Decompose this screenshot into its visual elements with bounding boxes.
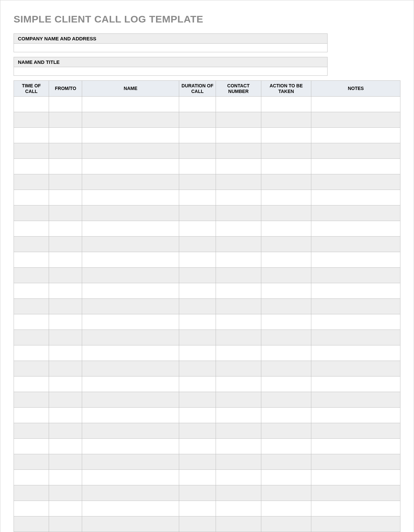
table-cell[interactable] bbox=[82, 190, 179, 205]
table-cell[interactable] bbox=[311, 143, 400, 159]
table-cell[interactable] bbox=[311, 501, 400, 516]
table-cell[interactable] bbox=[261, 314, 311, 330]
table-cell[interactable] bbox=[261, 345, 311, 361]
table-cell[interactable] bbox=[311, 454, 400, 470]
table-cell[interactable] bbox=[179, 345, 216, 361]
table-cell[interactable] bbox=[311, 221, 400, 237]
table-cell[interactable] bbox=[261, 190, 311, 205]
table-cell[interactable] bbox=[179, 423, 216, 439]
table-cell[interactable] bbox=[82, 159, 179, 174]
table-cell[interactable] bbox=[261, 361, 311, 377]
table-cell[interactable] bbox=[82, 439, 179, 454]
table-cell[interactable] bbox=[311, 299, 400, 314]
table-cell[interactable] bbox=[49, 97, 82, 112]
table-cell[interactable] bbox=[261, 174, 311, 190]
table-cell[interactable] bbox=[216, 314, 261, 330]
table-cell[interactable] bbox=[82, 516, 179, 532]
table-cell[interactable] bbox=[261, 252, 311, 268]
table-cell[interactable] bbox=[82, 112, 179, 128]
table-cell[interactable] bbox=[14, 330, 49, 345]
table-cell[interactable] bbox=[82, 221, 179, 237]
table-cell[interactable] bbox=[179, 314, 216, 330]
table-cell[interactable] bbox=[14, 205, 49, 221]
table-cell[interactable] bbox=[261, 377, 311, 392]
table-cell[interactable] bbox=[179, 299, 216, 314]
table-cell[interactable] bbox=[216, 439, 261, 454]
table-cell[interactable] bbox=[179, 485, 216, 501]
table-cell[interactable] bbox=[179, 470, 216, 485]
table-cell[interactable] bbox=[179, 330, 216, 345]
name-title-input[interactable] bbox=[14, 67, 328, 76]
table-cell[interactable] bbox=[179, 408, 216, 423]
table-cell[interactable] bbox=[311, 159, 400, 174]
table-cell[interactable] bbox=[14, 501, 49, 516]
table-cell[interactable] bbox=[261, 159, 311, 174]
table-cell[interactable] bbox=[49, 454, 82, 470]
table-cell[interactable] bbox=[216, 128, 261, 143]
table-cell[interactable] bbox=[82, 423, 179, 439]
table-cell[interactable] bbox=[261, 205, 311, 221]
table-cell[interactable] bbox=[261, 408, 311, 423]
table-cell[interactable] bbox=[261, 237, 311, 252]
table-cell[interactable] bbox=[14, 128, 49, 143]
table-cell[interactable] bbox=[179, 377, 216, 392]
table-cell[interactable] bbox=[49, 159, 82, 174]
table-cell[interactable] bbox=[14, 345, 49, 361]
table-cell[interactable] bbox=[49, 345, 82, 361]
table-cell[interactable] bbox=[179, 159, 216, 174]
table-cell[interactable] bbox=[49, 237, 82, 252]
table-cell[interactable] bbox=[49, 330, 82, 345]
table-cell[interactable] bbox=[179, 454, 216, 470]
table-cell[interactable] bbox=[49, 252, 82, 268]
table-cell[interactable] bbox=[216, 392, 261, 408]
table-cell[interactable] bbox=[311, 128, 400, 143]
table-cell[interactable] bbox=[216, 377, 261, 392]
table-cell[interactable] bbox=[14, 470, 49, 485]
table-cell[interactable] bbox=[216, 501, 261, 516]
table-cell[interactable] bbox=[216, 221, 261, 237]
table-cell[interactable] bbox=[14, 408, 49, 423]
table-cell[interactable] bbox=[49, 392, 82, 408]
table-cell[interactable] bbox=[216, 205, 261, 221]
table-cell[interactable] bbox=[14, 299, 49, 314]
table-cell[interactable] bbox=[82, 361, 179, 377]
table-cell[interactable] bbox=[49, 470, 82, 485]
table-cell[interactable] bbox=[216, 345, 261, 361]
table-cell[interactable] bbox=[216, 159, 261, 174]
table-cell[interactable] bbox=[311, 516, 400, 532]
table-cell[interactable] bbox=[49, 112, 82, 128]
table-cell[interactable] bbox=[179, 112, 216, 128]
table-cell[interactable] bbox=[82, 485, 179, 501]
table-cell[interactable] bbox=[82, 345, 179, 361]
table-cell[interactable] bbox=[216, 408, 261, 423]
table-cell[interactable] bbox=[82, 205, 179, 221]
table-cell[interactable] bbox=[179, 392, 216, 408]
table-cell[interactable] bbox=[49, 439, 82, 454]
table-cell[interactable] bbox=[14, 439, 49, 454]
table-cell[interactable] bbox=[179, 97, 216, 112]
table-cell[interactable] bbox=[49, 485, 82, 501]
table-cell[interactable] bbox=[49, 408, 82, 423]
table-cell[interactable] bbox=[82, 237, 179, 252]
table-cell[interactable] bbox=[311, 485, 400, 501]
table-cell[interactable] bbox=[49, 128, 82, 143]
table-cell[interactable] bbox=[261, 221, 311, 237]
table-cell[interactable] bbox=[82, 128, 179, 143]
table-cell[interactable] bbox=[261, 470, 311, 485]
table-cell[interactable] bbox=[14, 485, 49, 501]
table-cell[interactable] bbox=[311, 252, 400, 268]
table-cell[interactable] bbox=[311, 361, 400, 377]
table-cell[interactable] bbox=[14, 159, 49, 174]
table-cell[interactable] bbox=[14, 190, 49, 205]
table-cell[interactable] bbox=[179, 268, 216, 283]
table-cell[interactable] bbox=[179, 143, 216, 159]
table-cell[interactable] bbox=[179, 283, 216, 299]
table-cell[interactable] bbox=[82, 299, 179, 314]
table-cell[interactable] bbox=[261, 112, 311, 128]
table-cell[interactable] bbox=[82, 283, 179, 299]
table-cell[interactable] bbox=[311, 97, 400, 112]
table-cell[interactable] bbox=[14, 97, 49, 112]
table-cell[interactable] bbox=[82, 174, 179, 190]
table-cell[interactable] bbox=[216, 283, 261, 299]
table-cell[interactable] bbox=[216, 330, 261, 345]
